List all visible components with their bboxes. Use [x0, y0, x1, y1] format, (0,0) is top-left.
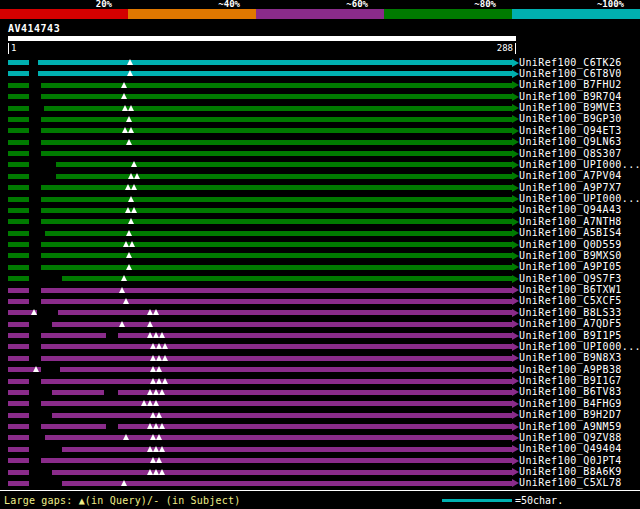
- alignment-bar[interactable]: [8, 470, 512, 475]
- alignment-bar[interactable]: [8, 481, 512, 486]
- subject-id-link[interactable]: UniRef100_A9PB38: [519, 365, 622, 376]
- subject-id-link[interactable]: UniRef100_Q94A43: [519, 205, 622, 216]
- alignment-bar[interactable]: [8, 276, 512, 281]
- subject-id-link[interactable]: UniRef100_Q0JPT4: [519, 456, 622, 467]
- subject-id-link[interactable]: UniRef100_B8LS33: [519, 308, 622, 319]
- subject-id-link[interactable]: UniRef100_C5XCF5: [519, 296, 622, 307]
- alignment-bar[interactable]: [8, 128, 512, 133]
- gap-segment: [29, 150, 41, 157]
- alignment-bar[interactable]: [8, 94, 512, 99]
- subject-id-link[interactable]: UniRef100_B6TV83: [519, 387, 622, 398]
- gap-segment: [29, 389, 52, 396]
- large-gap-triangle-icon: [119, 287, 125, 293]
- subject-id-link[interactable]: UniRef100_Q9LN63: [519, 137, 622, 148]
- large-gap-triangle-icon: [121, 82, 127, 88]
- alignment-bar[interactable]: [8, 379, 512, 384]
- alignment-bar[interactable]: [8, 140, 512, 145]
- alignment-row: UniRef100_A5BIS4: [0, 228, 640, 239]
- alignment-bar[interactable]: [8, 117, 512, 122]
- key-segment: [256, 9, 384, 19]
- alignment-bar[interactable]: [8, 242, 512, 247]
- subject-id-link[interactable]: UniRef100_B9MVE3: [519, 103, 622, 114]
- scale-legend: =50char.: [442, 495, 563, 506]
- key-segment: [384, 9, 512, 19]
- alignment-bar[interactable]: [8, 413, 512, 418]
- gap-segment: [29, 82, 41, 89]
- subject-id-link[interactable]: UniRef100_A5BIS4: [519, 228, 622, 239]
- bar-arrowhead-icon: [512, 138, 519, 146]
- subject-id-link[interactable]: UniRef100_Q94ET3: [519, 126, 622, 137]
- subject-id-link[interactable]: UniRef100_A9NM59: [519, 422, 622, 433]
- large-gap-triangle-icon: [147, 321, 153, 327]
- subject-id-link[interactable]: UniRef100_Q9ZV88: [519, 433, 622, 444]
- alignment-bar[interactable]: [8, 208, 512, 213]
- bar-arrowhead-icon: [512, 286, 519, 294]
- alignment-bar[interactable]: [8, 219, 512, 224]
- subject-id-link[interactable]: UniRef100_B8A6K9: [519, 467, 622, 478]
- subject-id-link[interactable]: UniRef100_B9H2D7: [519, 410, 622, 421]
- alignment-bar[interactable]: [8, 299, 512, 304]
- large-gap-triangle-icon: [131, 161, 137, 167]
- alignment-bar[interactable]: [8, 253, 512, 258]
- footer: Large gaps: ▲(in Query)/- (in Subject) =…: [0, 490, 640, 509]
- subject-id-link[interactable]: UniRef100_UPI000...: [519, 342, 640, 353]
- gap-segment: [29, 321, 52, 328]
- alignment-bar[interactable]: [8, 106, 512, 111]
- subject-id-link[interactable]: UniRef100_B9GP30: [519, 114, 622, 125]
- subject-id-link[interactable]: UniRef100_A7NTH8: [519, 217, 622, 228]
- subject-id-link[interactable]: UniRef100_C6TK26: [519, 58, 622, 69]
- bar-arrowhead-icon: [512, 445, 519, 453]
- alignment-bar[interactable]: [8, 288, 512, 293]
- subject-id-link[interactable]: UniRef100_Q8S307: [519, 149, 622, 160]
- subject-id-link[interactable]: UniRef100_Q0D559: [519, 240, 622, 251]
- gap-segment: [29, 332, 41, 339]
- alignment-bar[interactable]: [8, 265, 512, 270]
- subject-id-link[interactable]: UniRef100_B9N8X3: [519, 353, 622, 364]
- subject-id-link[interactable]: UniRef100_C6T8V0: [519, 69, 622, 80]
- alignment-bar[interactable]: [8, 185, 512, 190]
- query-name: AV414743: [8, 23, 60, 34]
- subject-id-link[interactable]: UniRef100_A9P7X7: [519, 183, 622, 194]
- subject-id-link[interactable]: UniRef100_Q49404: [519, 444, 622, 455]
- subject-id-link[interactable]: UniRef100_C5XL78: [519, 478, 622, 489]
- alignment-bar[interactable]: [8, 151, 512, 156]
- alignment-bar[interactable]: [8, 197, 512, 202]
- alignment-bar[interactable]: [8, 174, 512, 179]
- alignment-bar[interactable]: [8, 390, 512, 395]
- alignment-bar[interactable]: [8, 71, 512, 76]
- alignment-bar[interactable]: [8, 356, 512, 361]
- subject-id-link[interactable]: UniRef100_B9MXS0: [519, 251, 622, 262]
- bar-arrowhead-icon: [512, 115, 519, 123]
- subject-id-link[interactable]: UniRef100_UPI000...: [519, 160, 640, 171]
- bar-arrowhead-icon: [512, 297, 519, 305]
- subject-id-link[interactable]: UniRef100_A9PI05: [519, 262, 622, 273]
- gap-segment: [29, 116, 41, 123]
- subject-id-link[interactable]: UniRef100_UPI000...: [519, 194, 640, 205]
- alignment-bar[interactable]: [8, 367, 512, 372]
- bar-arrowhead-icon: [512, 423, 519, 431]
- subject-id-link[interactable]: UniRef100_B9R7Q4: [519, 92, 622, 103]
- bar-arrowhead-icon: [512, 241, 519, 249]
- alignment-bar[interactable]: [8, 322, 512, 327]
- subject-id-link[interactable]: UniRef100_B9I1P5: [519, 331, 622, 342]
- alignment-bar[interactable]: [8, 231, 512, 236]
- subject-id-link[interactable]: UniRef100_B7FHU2: [519, 80, 622, 91]
- subject-id-link[interactable]: UniRef100_B9I1G7: [519, 376, 622, 387]
- alignment-bar[interactable]: [8, 310, 512, 315]
- alignment-bar[interactable]: [8, 447, 512, 452]
- subject-id-link[interactable]: UniRef100_B6TXW1: [519, 285, 622, 296]
- alignment-bar[interactable]: [8, 435, 512, 440]
- alignment-bar[interactable]: [8, 333, 512, 338]
- subject-id-link[interactable]: UniRef100_A7QDF5: [519, 319, 622, 330]
- alignment-bar[interactable]: [8, 60, 512, 65]
- alignment-bar[interactable]: [8, 162, 512, 167]
- bar-arrowhead-icon: [512, 479, 519, 487]
- alignment-bar[interactable]: [8, 424, 512, 429]
- alignment-bar[interactable]: [8, 458, 512, 463]
- alignment-bar[interactable]: [8, 401, 512, 406]
- subject-id-link[interactable]: UniRef100_B4FHG9: [519, 399, 622, 410]
- subject-id-link[interactable]: UniRef100_A7PV04: [519, 171, 622, 182]
- alignment-bar[interactable]: [8, 344, 512, 349]
- subject-id-link[interactable]: UniRef100_Q9S7F3: [519, 274, 622, 285]
- alignment-bar[interactable]: [8, 83, 512, 88]
